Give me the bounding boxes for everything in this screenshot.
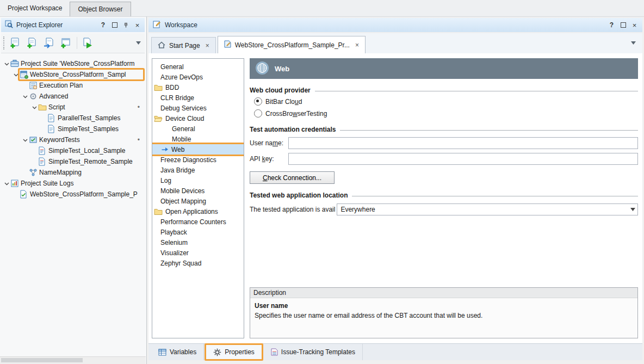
pin-icon[interactable] <box>122 21 129 29</box>
tree-item-webstore-crossplatform-sampl[interactable]: WebStore_CrossPlatform_Sampl <box>1 69 145 80</box>
api-key-row: API key: <box>250 153 638 165</box>
tab-project-workspace[interactable]: Project Workspace <box>0 0 70 16</box>
nav-item-visualizer[interactable]: Visualizer <box>152 248 244 258</box>
tab-label: Properties <box>225 348 255 356</box>
close-tab-icon[interactable]: × <box>355 41 359 49</box>
run-button[interactable] <box>81 36 95 51</box>
nav-item-log[interactable]: Log <box>152 175 244 186</box>
doc-tab-project[interactable]: WebStore_CrossPlatform_Sample_Pr... × <box>218 36 366 53</box>
maximize-icon[interactable] <box>111 21 118 29</box>
maximize-icon[interactable] <box>620 21 627 29</box>
tree-item-webstore-crossplatform-sample-p[interactable]: WebStore_CrossPlatform_Sample_P <box>1 189 145 200</box>
nav-item-azure-devops[interactable]: Azure DevOps <box>152 72 244 82</box>
tab-object-browser[interactable]: Object Browser <box>70 2 131 16</box>
nav-item-device-cloud[interactable]: Device Cloud <box>152 113 244 124</box>
tab-variables[interactable]: Variables <box>151 344 204 360</box>
expander-icon[interactable] <box>3 181 10 187</box>
description-title: Description <box>250 288 637 298</box>
tree-item-simpletest-local-sample[interactable]: SimpleTest_Local_Sample <box>1 145 145 156</box>
tree-item-label: SimpleTest_Remote_Sample <box>47 158 133 165</box>
nav-item-playback[interactable]: Playback <box>152 227 244 237</box>
tree-item-execution-plan[interactable]: Execution Plan <box>1 80 145 91</box>
gear-icon <box>213 348 221 356</box>
radio-label[interactable]: CrossBrowserTesting <box>265 110 327 118</box>
nav-item-mobile[interactable]: Mobile <box>152 134 244 144</box>
nav-item-zephyr-squad[interactable]: Zephyr Squad <box>152 258 244 268</box>
group-test-automation-credentials: Test automation credentials <box>250 126 638 133</box>
tree-item-paralleltest-samples[interactable]: ParallelTest_Samples <box>1 113 145 124</box>
nav-item-label: Device Cloud <box>165 115 204 122</box>
radio-crossbrowsertesting[interactable]: CrossBrowserTesting <box>254 109 638 118</box>
group-web-cloud-provider: Web cloud provider <box>250 87 638 94</box>
tree-item-simpletest-remote-sample[interactable]: SimpleTest_Remote_Sample <box>1 156 145 167</box>
project-tree-scrollbar[interactable] <box>0 356 146 364</box>
nav-item-label: Selenium <box>160 239 188 246</box>
scrollbar-thumb[interactable] <box>1 358 83 362</box>
close-tab-icon[interactable]: × <box>206 42 209 50</box>
group-title: Web cloud provider <box>250 87 311 94</box>
nav-item-label: Web <box>171 146 184 153</box>
tree-item-project-suite-logs[interactable]: Project Suite Logs <box>1 178 145 189</box>
project-explorer-icon <box>5 20 13 30</box>
add-existing-item-button[interactable] <box>42 36 57 51</box>
nav-item-general[interactable]: General <box>152 124 244 134</box>
radio-icon[interactable] <box>254 97 262 106</box>
nav-item-selenium[interactable]: Selenium <box>152 237 244 248</box>
add-new-item-button[interactable] <box>59 36 73 51</box>
expander-icon[interactable] <box>22 137 29 143</box>
application-location-select[interactable]: Everywhere <box>337 203 638 215</box>
api-key-field[interactable] <box>288 153 638 165</box>
project-explorer-toolbar <box>1 33 145 53</box>
keyword-tests-icon <box>29 135 38 144</box>
help-icon[interactable]: ? <box>100 21 107 29</box>
tab-list-dropdown-icon[interactable] <box>631 39 642 46</box>
nav-item-performance-counters[interactable]: Performance Counters <box>152 217 244 227</box>
workspace-icon <box>153 20 161 30</box>
doc-tab-label: Start Page <box>169 42 200 50</box>
nav-item-freeze-diagnostics[interactable]: Freeze Diagnostics <box>152 155 244 165</box>
nav-item-bdd[interactable]: BDD <box>152 82 244 92</box>
web-settings-page: Web Web cloud provider BitBar Cloud Cros… <box>250 58 638 338</box>
close-icon[interactable]: × <box>134 21 141 29</box>
user-name-field[interactable] <box>288 137 638 149</box>
check-connection-button[interactable]: Check Connection... <box>250 171 335 184</box>
nav-item-label: BDD <box>165 84 179 91</box>
expander-icon[interactable] <box>22 94 29 100</box>
advanced-icon <box>29 92 38 101</box>
tree-item-keywordtests[interactable]: KeywordTests• <box>1 134 145 145</box>
expander-icon[interactable] <box>3 61 10 67</box>
tree-item-project-suite-webstore-crossplatform[interactable]: Project Suite 'WebStore_CrossPlatform <box>1 58 145 69</box>
expander-icon[interactable] <box>13 72 20 78</box>
doc-tab-start-page[interactable]: Start Page × <box>151 37 216 53</box>
close-icon[interactable]: × <box>631 21 638 29</box>
new-project-button[interactable] <box>25 36 40 51</box>
tree-item-script[interactable]: Script• <box>1 102 145 113</box>
nav-item-java-bridge[interactable]: Java Bridge <box>152 165 244 175</box>
tree-item-advanced[interactable]: Advanced <box>1 91 145 102</box>
toolbar-grip[interactable] <box>3 36 4 50</box>
radio-icon[interactable] <box>254 109 262 118</box>
tree-item-namemapping[interactable]: NameMapping <box>1 167 145 178</box>
nav-item-label: Log <box>160 177 171 184</box>
tree-item-simpletest-samples[interactable]: SimpleTest_Samples <box>1 124 145 134</box>
workspace-title: Workspace <box>165 21 604 29</box>
radio-label[interactable]: BitBar Cloud <box>265 98 302 106</box>
toolbar-dropdown-icon[interactable] <box>136 41 143 45</box>
chevron-down-icon[interactable] <box>628 204 637 215</box>
nav-item-open-applications[interactable]: Open Applications <box>152 206 244 217</box>
help-icon[interactable]: ? <box>608 21 615 29</box>
settings-nav: GeneralAzure DevOpsBDDCLR BridgeDebug Se… <box>152 58 244 338</box>
logs-icon <box>10 179 20 188</box>
tab-properties[interactable]: Properties <box>205 343 263 361</box>
nav-item-web[interactable]: Web <box>152 144 244 155</box>
new-project-suite-button[interactable] <box>8 36 23 51</box>
nav-item-debug-services[interactable]: Debug Services <box>152 103 244 113</box>
project-explorer-panel: Project Explorer ? × <box>0 16 147 364</box>
nav-item-clr-bridge[interactable]: CLR Bridge <box>152 92 244 103</box>
nav-item-object-mapping[interactable]: Object Mapping <box>152 196 244 206</box>
tab-issue-tracking-templates[interactable]: Issue-Tracking Templates <box>264 344 363 360</box>
nav-item-mobile-devices[interactable]: Mobile Devices <box>152 186 244 196</box>
radio-bitbar-cloud[interactable]: BitBar Cloud <box>254 97 638 106</box>
expander-icon[interactable] <box>31 104 38 110</box>
nav-item-general[interactable]: General <box>152 61 244 72</box>
